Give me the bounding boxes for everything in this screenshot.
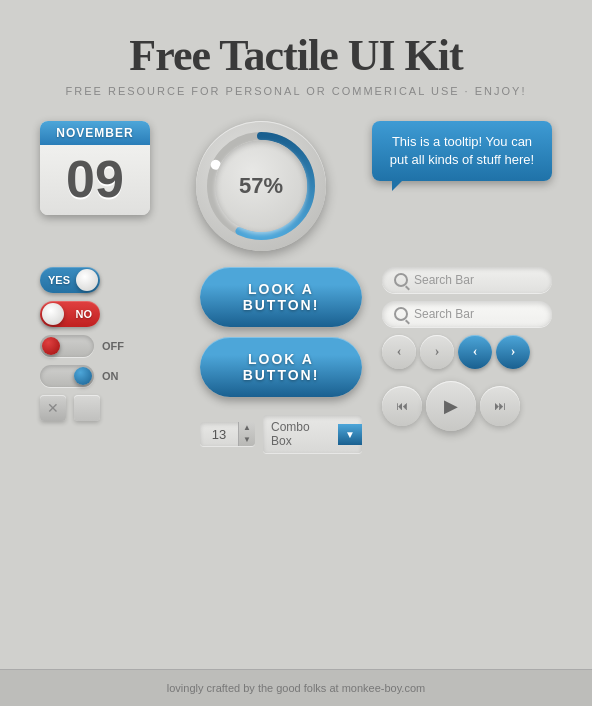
off-dot xyxy=(42,337,60,355)
page-subtitle: FREE RESOURCE FOR PERSONAL OR COMMERICAL… xyxy=(40,85,552,97)
yes-label: YES xyxy=(48,274,70,286)
no-label: NO xyxy=(76,308,93,320)
search-icon-2 xyxy=(394,307,408,321)
buttons-column: LOOK A BUTTON! LOOK A BUTTON! 13 ▲ ▼ Com… xyxy=(200,267,362,453)
button-2[interactable]: LOOK A BUTTON! xyxy=(200,337,362,397)
yes-toggle-row: YES xyxy=(40,267,180,293)
calendar-month: NOVEMBER xyxy=(40,121,150,145)
off-radio-row: OFF xyxy=(40,335,180,357)
search-icon-1 xyxy=(394,273,408,287)
no-knob xyxy=(42,303,64,325)
yes-knob xyxy=(76,269,98,291)
search-placeholder-1: Search Bar xyxy=(414,273,474,287)
no-toggle-row: NO xyxy=(40,301,180,327)
button-1[interactable]: LOOK A BUTTON! xyxy=(200,267,362,327)
combo-dropdown-arrow[interactable]: ▼ xyxy=(338,424,362,445)
search-placeholder-2: Search Bar xyxy=(414,307,474,321)
number-combo-row: 13 ▲ ▼ Combo Box ▼ xyxy=(200,415,362,453)
circular-progress: 57% xyxy=(196,121,326,251)
footer: lovingly crafted by the good folks at mo… xyxy=(0,669,592,706)
no-toggle[interactable]: NO xyxy=(40,301,100,327)
checkbox-row: ✕ xyxy=(40,395,180,421)
search-bar-1[interactable]: Search Bar xyxy=(382,267,552,293)
calendar-day: 09 xyxy=(40,145,150,215)
page-title: Free Tactile UI Kit xyxy=(40,30,552,81)
yes-toggle[interactable]: YES xyxy=(40,267,100,293)
nav-prev-2[interactable]: ‹ xyxy=(458,335,492,369)
nav-prev-1[interactable]: ‹ xyxy=(382,335,416,369)
combo-box[interactable]: Combo Box ▼ xyxy=(263,415,362,453)
combo-label: Combo Box xyxy=(263,415,338,453)
x-icon[interactable]: ✕ xyxy=(40,395,66,421)
number-input[interactable]: 13 ▲ ▼ xyxy=(200,422,255,446)
tooltip-text: This is a tooltip! You can put all kinds… xyxy=(390,134,534,167)
on-radio-row: ON xyxy=(40,365,180,387)
nav-next-2[interactable]: › xyxy=(496,335,530,369)
title-section: Free Tactile UI Kit FREE RESOURCE FOR PE… xyxy=(40,30,552,97)
num-up[interactable]: ▲ xyxy=(239,422,255,434)
off-radio[interactable] xyxy=(40,335,94,357)
tooltip-bubble: This is a tooltip! You can put all kinds… xyxy=(372,121,552,181)
search-bar-2[interactable]: Search Bar xyxy=(382,301,552,327)
nav-arrows-row: ‹ › ‹ › xyxy=(382,335,552,369)
footer-text: lovingly crafted by the good folks at mo… xyxy=(167,682,425,694)
fastforward-button[interactable]: ⏭ xyxy=(480,386,520,426)
number-arrows: ▲ ▼ xyxy=(238,422,255,446)
rewind-button[interactable]: ⏮ xyxy=(382,386,422,426)
toggles-column: YES NO OFF xyxy=(40,267,180,453)
playback-controls: ⏮ ▶ ⏭ xyxy=(382,381,552,431)
num-down[interactable]: ▼ xyxy=(239,434,255,446)
number-value: 13 xyxy=(200,423,238,446)
off-label: OFF xyxy=(102,340,124,352)
on-label: ON xyxy=(102,370,119,382)
calendar-widget: NOVEMBER 09 xyxy=(40,121,150,215)
play-button[interactable]: ▶ xyxy=(426,381,476,431)
nav-next-1[interactable]: › xyxy=(420,335,454,369)
right-column: Search Bar Search Bar ‹ › ‹ › ⏮ ▶ ⏭ xyxy=(382,267,552,453)
on-dot xyxy=(74,367,92,385)
progress-value: 57% xyxy=(215,140,307,232)
check-box[interactable] xyxy=(74,395,100,421)
on-radio[interactable] xyxy=(40,365,94,387)
